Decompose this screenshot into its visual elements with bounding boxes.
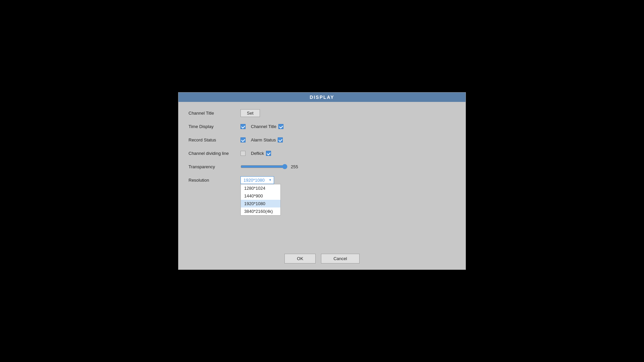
resolution-option-2[interactable]: 644*362 [241, 200, 280, 207]
resolution-dropdown-list: 1280*1024 1440*900 644*362 3840*2160(4… [240, 184, 281, 216]
channel-title-secondary-checkbox[interactable] [278, 124, 283, 129]
channel-title-secondary-group: Channel Title [251, 124, 283, 129]
dialog-footer: OK Cancel [178, 249, 466, 269]
resolution-option-1[interactable]: 1440*900 [241, 192, 280, 200]
dialog-content: Channel Title Set Time Display Channel T… [178, 102, 466, 249]
dialog-titlebar: DISPLAY [178, 93, 466, 102]
resolution-dropdown: 644*362 1280*1024 1440*900 644*362 3… [240, 176, 274, 184]
resolution-option-0[interactable]: 1280*1024 [241, 184, 280, 192]
dialog-title: DISPLAY [310, 95, 334, 100]
alarm-status-checkbox[interactable] [278, 137, 283, 142]
time-display-checkbox[interactable] [240, 124, 246, 129]
time-display-checkbox-group [240, 124, 246, 129]
resolution-select[interactable]: 644*362 [240, 176, 274, 184]
channel-title-secondary-label: Channel Title [251, 124, 276, 129]
time-display-label: Time Display [189, 124, 240, 129]
channel-dividing-row: Channel dividing line Deflick [189, 149, 455, 158]
ok-button[interactable]: OK [284, 254, 316, 263]
transparency-value: 255 [291, 164, 298, 169]
alarm-status-label: Alarm Status [251, 137, 276, 142]
tour-row: Tour [189, 189, 455, 198]
channel-title-label: Channel Title [189, 111, 240, 116]
record-status-label: Record Status [189, 137, 240, 142]
channel-dividing-label: Channel dividing line [189, 151, 240, 156]
display-dialog: DISPLAY Channel Title Set Time Display C… [178, 92, 466, 270]
deflick-label: Deflick [251, 151, 264, 156]
resolution-row: Resolution 644*362 1280*1024 1440*900 … [189, 176, 455, 184]
record-status-controls: Alarm Status [240, 137, 283, 142]
time-display-controls: Channel Title [240, 124, 283, 129]
cancel-button[interactable]: Cancel [321, 254, 359, 263]
deflick-group: Deflick [251, 151, 271, 156]
transparency-label: Transparency [189, 164, 240, 169]
time-display-row: Time Display Channel Title [189, 122, 455, 131]
record-status-row: Record Status Alarm Status [189, 135, 455, 144]
alarm-status-group: Alarm Status [251, 137, 283, 142]
transparency-slider[interactable] [240, 164, 287, 169]
transparency-slider-container: 255 [240, 164, 298, 169]
resolution-selected-value: 644*362 [244, 178, 265, 183]
channel-dividing-checkbox[interactable] [240, 151, 246, 156]
channel-dividing-checkbox-group [240, 151, 246, 156]
channel-title-row: Channel Title Set [189, 109, 455, 117]
deflick-checkbox[interactable] [266, 151, 271, 156]
resolution-label: Resolution [189, 178, 240, 183]
record-status-checkbox[interactable] [240, 137, 246, 142]
set-button[interactable]: Set [240, 109, 260, 117]
transparency-row: Transparency 255 [189, 162, 455, 171]
channel-title-controls: Set [240, 109, 260, 117]
record-status-checkbox-group [240, 137, 246, 142]
resolution-option-3[interactable]: 3840*2160(4k) [241, 207, 280, 215]
channel-dividing-controls: Deflick [240, 151, 271, 156]
